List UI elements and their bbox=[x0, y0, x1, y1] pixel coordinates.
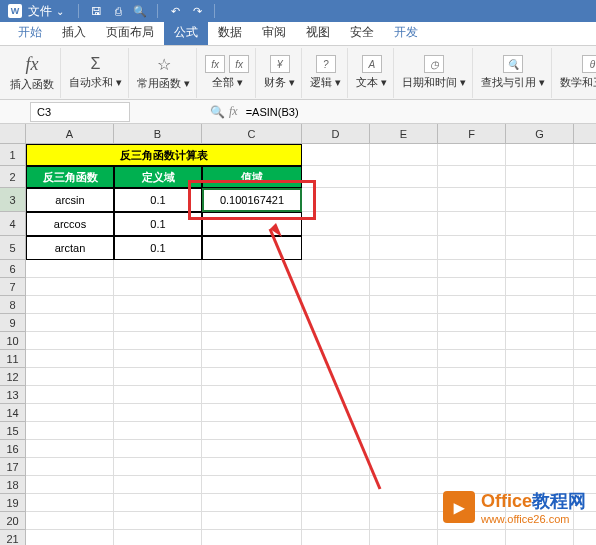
undo-icon[interactable]: ↶ bbox=[167, 3, 183, 19]
col-header-F[interactable]: F bbox=[438, 124, 506, 144]
cell-D10[interactable] bbox=[302, 332, 370, 350]
cell-B16[interactable] bbox=[114, 440, 202, 458]
cell-G1[interactable] bbox=[506, 144, 574, 166]
chevron-down-icon[interactable]: ⌄ bbox=[56, 6, 64, 17]
row-header-10[interactable]: 10 bbox=[0, 332, 26, 350]
cell-C11[interactable] bbox=[202, 350, 302, 368]
col-header-B[interactable]: B bbox=[114, 124, 202, 144]
print-icon[interactable]: ⎙ bbox=[110, 3, 126, 19]
preview-icon[interactable]: 🔍 bbox=[132, 3, 148, 19]
row-header-11[interactable]: 11 bbox=[0, 350, 26, 368]
cell-A12[interactable] bbox=[26, 368, 114, 386]
row-header-7[interactable]: 7 bbox=[0, 278, 26, 296]
cell-B11[interactable] bbox=[114, 350, 202, 368]
cell-C14[interactable] bbox=[202, 404, 302, 422]
cell-E18[interactable] bbox=[370, 476, 438, 494]
cell-F17[interactable] bbox=[438, 458, 506, 476]
insert-function-button[interactable]: fx 插入函数 bbox=[4, 48, 61, 98]
cell-B8[interactable] bbox=[114, 296, 202, 314]
cell-B3[interactable]: 0.1 bbox=[114, 188, 202, 212]
tab-3[interactable]: 公式 bbox=[164, 20, 208, 45]
cell-B4[interactable]: 0.1 bbox=[114, 212, 202, 236]
row-header-1[interactable]: 1 bbox=[0, 144, 26, 166]
cell-A15[interactable] bbox=[26, 422, 114, 440]
cell-E3[interactable] bbox=[370, 188, 438, 212]
cell-F6[interactable] bbox=[438, 260, 506, 278]
cell-H10[interactable] bbox=[574, 332, 596, 350]
cell-E13[interactable] bbox=[370, 386, 438, 404]
cell-D15[interactable] bbox=[302, 422, 370, 440]
cell-D1[interactable] bbox=[302, 144, 370, 166]
tab-7[interactable]: 安全 bbox=[340, 20, 384, 45]
lookup-button[interactable]: 🔍 查找与引用 ▾ bbox=[475, 48, 552, 98]
row-header-5[interactable]: 5 bbox=[0, 236, 26, 260]
cell-A6[interactable] bbox=[26, 260, 114, 278]
cell-H14[interactable] bbox=[574, 404, 596, 422]
cell-E9[interactable] bbox=[370, 314, 438, 332]
cell-B2[interactable]: 定义域 bbox=[114, 166, 202, 188]
cell-E14[interactable] bbox=[370, 404, 438, 422]
row-header-4[interactable]: 4 bbox=[0, 212, 26, 236]
row-header-12[interactable]: 12 bbox=[0, 368, 26, 386]
cell-E15[interactable] bbox=[370, 422, 438, 440]
cell-D5[interactable] bbox=[302, 236, 370, 260]
row-header-21[interactable]: 21 bbox=[0, 530, 26, 545]
tab-8[interactable]: 开发 bbox=[384, 20, 428, 45]
cell-E17[interactable] bbox=[370, 458, 438, 476]
cell-D3[interactable] bbox=[302, 188, 370, 212]
cell-C3[interactable]: 0.100167421 bbox=[202, 188, 302, 212]
cell-D18[interactable] bbox=[302, 476, 370, 494]
cell-F16[interactable] bbox=[438, 440, 506, 458]
cell-G5[interactable] bbox=[506, 236, 574, 260]
cell-H6[interactable] bbox=[574, 260, 596, 278]
tab-6[interactable]: 视图 bbox=[296, 20, 340, 45]
cell-B18[interactable] bbox=[114, 476, 202, 494]
all-functions-button[interactable]: fxfx 全部 ▾ bbox=[199, 48, 256, 98]
row-header-14[interactable]: 14 bbox=[0, 404, 26, 422]
cell-A3[interactable]: arcsin bbox=[26, 188, 114, 212]
cell-B15[interactable] bbox=[114, 422, 202, 440]
col-header-G[interactable]: G bbox=[506, 124, 574, 144]
cell-G17[interactable] bbox=[506, 458, 574, 476]
row-header-16[interactable]: 16 bbox=[0, 440, 26, 458]
cell-D9[interactable] bbox=[302, 314, 370, 332]
cell-C4[interactable] bbox=[202, 212, 302, 236]
cell-C6[interactable] bbox=[202, 260, 302, 278]
cell-E4[interactable] bbox=[370, 212, 438, 236]
cell-H17[interactable] bbox=[574, 458, 596, 476]
cell-E21[interactable] bbox=[370, 530, 438, 545]
cell-F21[interactable] bbox=[438, 530, 506, 545]
cell-A21[interactable] bbox=[26, 530, 114, 545]
cell-H1[interactable] bbox=[574, 144, 596, 166]
cell-B9[interactable] bbox=[114, 314, 202, 332]
cell-C7[interactable] bbox=[202, 278, 302, 296]
cell-B13[interactable] bbox=[114, 386, 202, 404]
row-header-19[interactable]: 19 bbox=[0, 494, 26, 512]
cell-H5[interactable] bbox=[574, 236, 596, 260]
cell-G21[interactable] bbox=[506, 530, 574, 545]
cell-C5[interactable] bbox=[202, 236, 302, 260]
cell-A7[interactable] bbox=[26, 278, 114, 296]
row-header-15[interactable]: 15 bbox=[0, 422, 26, 440]
cell-C10[interactable] bbox=[202, 332, 302, 350]
cell-A13[interactable] bbox=[26, 386, 114, 404]
file-menu[interactable]: 文件 bbox=[28, 3, 52, 20]
cell-A18[interactable] bbox=[26, 476, 114, 494]
cell-H9[interactable] bbox=[574, 314, 596, 332]
cell-C16[interactable] bbox=[202, 440, 302, 458]
cell-H7[interactable] bbox=[574, 278, 596, 296]
cell-E8[interactable] bbox=[370, 296, 438, 314]
cell-F7[interactable] bbox=[438, 278, 506, 296]
cell-D17[interactable] bbox=[302, 458, 370, 476]
cell-D7[interactable] bbox=[302, 278, 370, 296]
cell-E1[interactable] bbox=[370, 144, 438, 166]
cells-area[interactable]: 反三角函数计算表反三角函数定义域值域arcsin0.10.100167421ar… bbox=[26, 144, 596, 545]
cell-G16[interactable] bbox=[506, 440, 574, 458]
cell-C17[interactable] bbox=[202, 458, 302, 476]
cell-F10[interactable] bbox=[438, 332, 506, 350]
cell-H15[interactable] bbox=[574, 422, 596, 440]
cell-B10[interactable] bbox=[114, 332, 202, 350]
cell-C2[interactable]: 值域 bbox=[202, 166, 302, 188]
tab-2[interactable]: 页面布局 bbox=[96, 20, 164, 45]
col-header-C[interactable]: C bbox=[202, 124, 302, 144]
